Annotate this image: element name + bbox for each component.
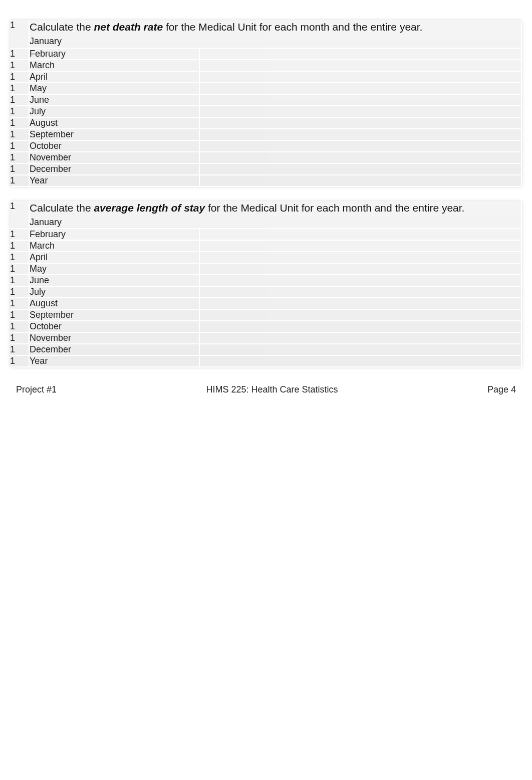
month-label: November [29,332,199,344]
prompt-post: for the Medical Unit for each month and … [205,202,464,214]
month-label: December [29,344,199,355]
answer-cell[interactable] [199,106,521,117]
prompt-bold: net death rate [94,21,163,33]
prompt-post: for the Medical Unit for each month and … [163,21,422,33]
prompt-bold: average length of stay [94,202,205,214]
answer-cell[interactable] [199,48,521,60]
row-number: 1 [10,175,29,186]
footer-center: HIMS 225: Health Care Statistics [57,384,487,395]
month-label: Year [29,175,199,186]
row-number: 1 [10,263,29,275]
month-label: February [29,48,199,60]
row-number: 1 [10,48,29,60]
row-number: 1 [10,20,29,48]
row-number: 1 [10,275,29,286]
row-number: 1 [10,298,29,309]
month-label: January [30,34,521,47]
month-label: March [29,240,199,252]
section-net-death-rate: 1 Calculate the net death rate for the M… [10,20,522,187]
month-label: December [29,163,199,175]
answer-cell[interactable] [199,140,521,152]
row-number: 1 [10,344,29,355]
row-number: 1 [10,129,29,140]
month-label: February [29,229,199,240]
answer-cell[interactable] [199,309,521,321]
row-number: 1 [10,240,29,252]
row-number: 1 [10,229,29,240]
row-number: 1 [10,201,29,229]
month-label: October [29,140,199,152]
month-label: April [29,71,199,83]
row-number: 1 [10,309,29,321]
answer-cell[interactable] [199,129,521,140]
row-number: 1 [10,163,29,175]
row-number: 1 [10,106,29,117]
answer-cell[interactable] [199,71,521,83]
answer-cell[interactable] [199,321,521,332]
section-average-length-of-stay: 1 Calculate the average length of stay f… [10,201,522,368]
row-number: 1 [10,332,29,344]
row-number: 1 [10,71,29,83]
month-label: July [29,106,199,117]
row-number: 1 [10,321,29,332]
answer-cell[interactable] [199,298,521,309]
month-label: October [29,321,199,332]
answer-cell[interactable] [199,355,521,367]
prompt-pre: Calculate the [30,21,94,33]
answer-cell[interactable] [199,229,521,240]
row-number: 1 [10,60,29,71]
month-label: June [29,94,199,106]
row-number: 1 [10,152,29,163]
month-label: July [29,286,199,298]
row-number: 1 [10,117,29,129]
month-label: September [29,309,199,321]
row-number: 1 [10,252,29,263]
row-number: 1 [10,83,29,94]
answer-cell[interactable] [199,163,521,175]
row-number: 1 [10,94,29,106]
section-prompt: Calculate the average length of stay for… [29,201,521,229]
answer-cell[interactable] [199,332,521,344]
answer-cell[interactable] [199,152,521,163]
answer-cell[interactable] [199,344,521,355]
footer-left: Project #1 [16,384,57,395]
answer-cell[interactable] [199,60,521,71]
month-label: November [29,152,199,163]
answer-cell[interactable] [199,83,521,94]
row-number: 1 [10,286,29,298]
month-label: August [29,298,199,309]
month-label: May [29,263,199,275]
answer-cell[interactable] [199,175,521,186]
footer-right: Page 4 [487,384,516,395]
answer-cell[interactable] [199,263,521,275]
answer-cell[interactable] [199,94,521,106]
answer-cell[interactable] [199,275,521,286]
month-label: January [30,215,521,228]
month-label: August [29,117,199,129]
month-label: May [29,83,199,94]
month-label: March [29,60,199,71]
answer-cell[interactable] [199,117,521,129]
section-prompt: Calculate the net death rate for the Med… [29,20,521,48]
month-label: April [29,252,199,263]
answer-cell[interactable] [199,286,521,298]
month-label: Year [29,355,199,367]
answer-cell[interactable] [199,252,521,263]
month-label: September [29,129,199,140]
month-label: June [29,275,199,286]
row-number: 1 [10,355,29,367]
page-footer: Project #1 HIMS 225: Health Care Statist… [10,381,522,395]
answer-cell[interactable] [199,240,521,252]
row-number: 1 [10,140,29,152]
prompt-pre: Calculate the [30,202,94,214]
